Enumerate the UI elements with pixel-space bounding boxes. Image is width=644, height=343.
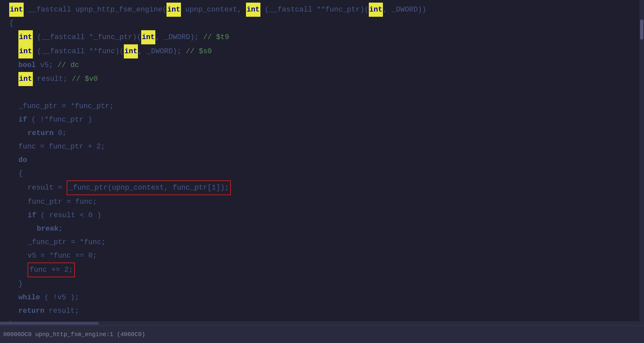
- keyword-if-2: if: [28, 209, 36, 222]
- keyword-int-5: int: [18, 30, 33, 44]
- keyword-int-9: int: [18, 72, 33, 86]
- code-line-17: break ;: [0, 222, 644, 236]
- code-line-7: [0, 86, 644, 100]
- highlight-box-2: func += 2;: [28, 263, 75, 277]
- status-text: 00006OC0 upnp_http_fsm_engine:1 (4060C0): [3, 331, 145, 338]
- code-line-22: while ( !v5 );: [0, 291, 644, 304]
- keyword-bool: bool: [18, 58, 36, 72]
- code-line-8: _func_ptr = *func_ptr;: [0, 100, 644, 113]
- keyword-int-4: int: [369, 3, 383, 17]
- code-line-1: int __fastcall upnp_http_fsm_engine( int…: [0, 3, 644, 17]
- scrollbar-thumb-horizontal[interactable]: [0, 322, 99, 325]
- keyword-return-1: return: [28, 126, 54, 140]
- scrollbar-vertical[interactable]: [639, 0, 644, 325]
- code-line-12: do: [0, 153, 644, 167]
- code-line-10: return 0;: [0, 126, 644, 140]
- scrollbar-horizontal[interactable]: [0, 321, 644, 325]
- keyword-do: do: [18, 153, 27, 167]
- code-line-13: {: [0, 167, 644, 180]
- code-line-6: int result; // $v0: [0, 72, 644, 86]
- highlight-box-1: _func_ptr(upnp_context, func_ptr[1]);: [67, 180, 231, 195]
- keyword-return-2: return: [18, 304, 44, 318]
- code-line-3: int (__fastcall *_func_ptr)( int , _DWOR…: [0, 30, 644, 44]
- code-line-20: func += 2;: [0, 263, 644, 277]
- keyword-if-1: if: [18, 113, 27, 126]
- code-line-21: }: [0, 277, 644, 291]
- code-line-14: result = _func_ptr(upnp_context, func_pt…: [0, 180, 644, 195]
- keyword-int-3: int: [246, 3, 260, 17]
- code-line-18: _func_ptr = *func;: [0, 236, 644, 249]
- code-view: int __fastcall upnp_http_fsm_engine( int…: [0, 0, 644, 325]
- code-line-2: {: [0, 17, 644, 30]
- code-line-9: if ( !*func_ptr ): [0, 113, 644, 126]
- code-line-19: v5 = *func == 0;: [0, 249, 644, 263]
- code-line-4: int (__fastcall **func)( int , _DWORD); …: [0, 44, 644, 58]
- code-line-16: if ( result < 0 ): [0, 209, 644, 222]
- scrollbar-thumb-vertical[interactable]: [640, 20, 643, 39]
- code-line-15: func_ptr = func;: [0, 195, 644, 209]
- keyword-int-1: int: [9, 3, 24, 17]
- keyword-break: break: [37, 222, 58, 236]
- code-line-11: func = func_ptr + 2;: [0, 140, 644, 153]
- keyword-while: while: [18, 291, 40, 304]
- code-line-5: bool v5; // dc: [0, 58, 644, 72]
- keyword-int-2: int: [167, 3, 181, 17]
- status-bar: 00006OC0 upnp_http_fsm_engine:1 (4060C0): [0, 325, 644, 343]
- keyword-int-8: int: [124, 44, 138, 58]
- keyword-int-6: int: [141, 30, 156, 44]
- code-line-23: return result;: [0, 304, 644, 318]
- keyword-int-7: int: [18, 44, 33, 58]
